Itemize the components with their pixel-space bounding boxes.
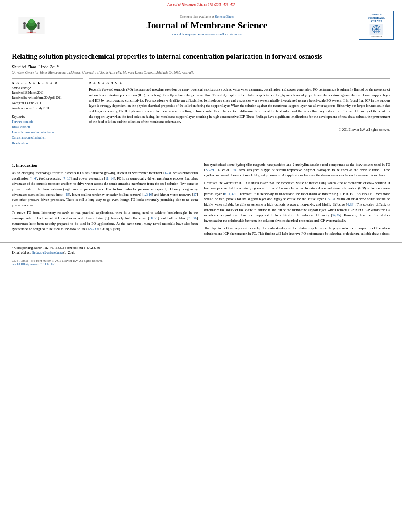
science-direct-link[interactable]: ScienceDirect (215, 15, 234, 19)
article-history: Article history: Received 18 March 2011 … (12, 86, 83, 111)
homepage-url[interactable]: www.elsevier.com/locate/memsci (197, 32, 242, 36)
keywords-section: Keywords: Forward osmosis Draw solution … (12, 115, 83, 146)
col2-para1: has synthesized some hydrophilic magneti… (204, 162, 391, 178)
journal-logo-text: journal of MEMBRANE SCIENCE (368, 13, 385, 23)
contents-available: Contents lists available at ScienceDirec… (59, 15, 355, 19)
paper-title: Relating solution physicochemical proper… (12, 52, 390, 61)
received-date: Received 18 March 2011 (12, 91, 83, 96)
abstract-text: Recently forward osmosis (FO) has attrac… (89, 87, 390, 124)
col-right: has synthesized some hydrophilic magneti… (204, 162, 391, 239)
svg-point-19 (378, 31, 379, 32)
col2-para2: However, the water flux in FO is much lo… (204, 180, 391, 223)
accepted-date: Accepted 13 June 2011 (12, 101, 83, 106)
divider (12, 158, 390, 158)
article-info-title: A R T I C L E I N F O (12, 81, 83, 85)
keyword-5: Desalination (12, 141, 83, 146)
email-link[interactable]: linda.zou@unisa.edu.au (32, 251, 63, 254)
main-content: Relating solution physicochemical proper… (0, 43, 402, 154)
doi-line[interactable]: doi:10.1016/j.memsci.2011.06.021 (12, 263, 390, 266)
abstract-title: A B S T R A C T (89, 81, 390, 85)
col-left: 1. Introduction As an emerging technolog… (12, 162, 198, 239)
elsevier-tree-icon: ELSEVIER (18, 17, 45, 34)
page: Journal of Membrane Science 379 (2011) 4… (0, 0, 402, 532)
email-line: E-mail address: linda.zou@unisa.edu.au (… (12, 250, 390, 255)
svg-point-4 (29, 19, 34, 23)
col1-para2: To move FO from laboratory research to r… (12, 210, 198, 232)
paper-title-section: Relating solution physicochemical proper… (12, 52, 390, 61)
svg-point-17 (378, 27, 379, 28)
svg-point-7 (37, 22, 40, 25)
svg-point-18 (374, 31, 375, 32)
journal-title: Journal of Membrane Science (59, 20, 355, 31)
svg-point-5 (23, 22, 26, 25)
svg-rect-6 (24, 25, 26, 29)
col2-para3: The objective of this paper is to develo… (204, 226, 391, 236)
svg-point-16 (374, 27, 375, 28)
col1-para1: As an emerging technology forward osmosi… (12, 171, 198, 208)
footnote-area: * Corresponding author. Tel.: +61 8 8302… (0, 242, 402, 255)
article-info: A R T I C L E I N F O Article history: R… (12, 78, 83, 150)
authors: Shuaifei Zhao, Linda Zou* (12, 64, 390, 69)
journal-homepage: journal homepage: www.elsevier.com/locat… (59, 32, 355, 36)
received-revised-date: Received in revised form 30 April 2011 (12, 96, 83, 101)
two-col-body: 1. Introduction As an emerging technolog… (0, 162, 402, 239)
history-label: Article history: (12, 86, 83, 90)
journal-logo-bottom: elsevier.com (371, 35, 382, 38)
affiliation: SA Water Centre for Water Management and… (12, 70, 390, 74)
journal-logo-box: journal of MEMBRANE SCIENCE elsevier.com (359, 11, 394, 40)
journal-citation: Journal of Membrane Science 379 (2011) 4… (167, 2, 235, 6)
keyword-1: Forward osmosis (12, 119, 83, 125)
copyright: © 2011 Elsevier B.V. All rights reserved… (89, 128, 390, 132)
journal-logo-icon (367, 24, 386, 35)
keyword-4: Concentration polarization (12, 135, 83, 141)
section1-heading: 1. Introduction (12, 162, 198, 169)
journal-center: Contents lists available at ScienceDirec… (55, 15, 359, 36)
article-body: A R T I C L E I N F O Article history: R… (12, 78, 390, 150)
available-date: Available online 13 July 2011 (12, 106, 83, 111)
elsevier-logo: ELSEVIER (8, 17, 55, 34)
bottom-bar: 0376-7388/$ – see front matter © 2011 El… (0, 258, 402, 268)
keyword-3: Internal concentration polarization (12, 130, 83, 135)
svg-rect-8 (38, 25, 40, 29)
issn-line: 0376-7388/$ – see front matter © 2011 El… (12, 259, 390, 263)
journal-citation-bar: Journal of Membrane Science 379 (2011) 4… (0, 0, 402, 7)
journal-header: ELSEVIER Contents lists available at Sci… (0, 7, 402, 43)
keyword-2: Draw solution (12, 124, 83, 130)
keywords-label: Keywords: (12, 115, 83, 119)
corresponding-author-note: * Corresponding author. Tel.: +61 8 8302… (12, 246, 390, 250)
abstract-section: A B S T R A C T Recently forward osmosis… (89, 78, 390, 150)
svg-text:ELSEVIER: ELSEVIER (27, 32, 37, 34)
keywords-list: Forward osmosis Draw solution Internal c… (12, 119, 83, 146)
